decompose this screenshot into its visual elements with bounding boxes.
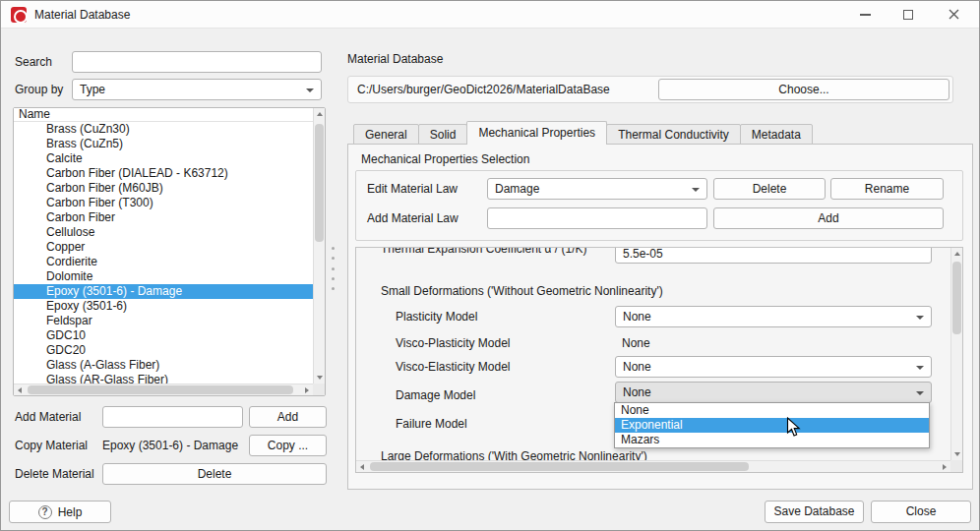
list-item[interactable]: Carbon Fiber (DIALEAD - K63712): [14, 166, 313, 181]
list-item[interactable]: Carbon Fiber (T300): [14, 196, 313, 210]
search-label: Search: [15, 51, 52, 73]
properties-vertical-scrollbar[interactable]: [950, 248, 962, 460]
list-item-selected[interactable]: Epoxy (3501-6) - Damage: [14, 284, 313, 299]
damage-model-value: None: [623, 385, 651, 399]
delete-material-label: Delete Material: [15, 463, 94, 485]
copy-material-label: Copy Material: [15, 435, 88, 456]
dropdown-option-mazars[interactable]: Mazars: [615, 433, 929, 447]
material-list-body: Brass (CuZn30) Brass (CuZn5) Calcite Car…: [14, 122, 313, 384]
list-item[interactable]: Brass (CuZn30): [14, 122, 313, 137]
maximize-icon: [903, 10, 913, 20]
dropdown-option-none[interactable]: None: [615, 403, 929, 418]
list-horizontal-scrollbar[interactable]: [14, 384, 313, 395]
tab-metadata[interactable]: Metadata: [740, 124, 813, 145]
close-button[interactable]: [937, 1, 970, 28]
visco-plasticity-model-label: Visco-Plasticity Model: [396, 332, 510, 354]
scrollbar-thumb[interactable]: [28, 385, 293, 394]
scroll-left-icon[interactable]: [356, 461, 368, 473]
plasticity-model-value: None: [623, 310, 651, 324]
scroll-down-icon[interactable]: [951, 448, 963, 460]
app-logo-icon: [11, 7, 27, 23]
small-deformations-title: Small Deformations ('Without Geometric N…: [381, 280, 663, 302]
scrollbar-corner: [950, 460, 962, 472]
group-by-label: Group by: [15, 79, 63, 100]
tab-solid[interactable]: Solid: [418, 124, 468, 145]
search-input[interactable]: [72, 51, 322, 73]
list-item[interactable]: Dolomite: [14, 269, 313, 284]
selection-group-title: Mechanical Properties Selection: [361, 152, 529, 166]
list-item[interactable]: Cellulose: [14, 225, 313, 240]
list-item[interactable]: Feldspar: [14, 314, 313, 328]
panel-splitter[interactable]: [330, 247, 336, 290]
failure-model-label: Failure Model: [396, 413, 467, 435]
maximize-button[interactable]: [891, 1, 925, 28]
add-material-button[interactable]: Add: [249, 406, 327, 428]
save-database-button[interactable]: Save Database: [765, 501, 864, 523]
list-item[interactable]: GDC20: [14, 343, 313, 358]
close-dialog-button[interactable]: Close: [871, 501, 971, 523]
scroll-right-icon[interactable]: [301, 384, 313, 396]
database-path: C:/Users/burger/GeoDict2026/MaterialData…: [357, 79, 610, 100]
delete-law-button[interactable]: Delete: [713, 178, 826, 200]
list-item[interactable]: Brass (CuZn5): [14, 137, 313, 151]
chevron-down-icon: [916, 366, 924, 370]
group-by-select[interactable]: Type: [72, 79, 322, 100]
list-item[interactable]: Carbon Fiber: [14, 210, 313, 225]
chevron-down-icon: [916, 316, 924, 320]
add-law-button[interactable]: Add: [713, 207, 944, 229]
visco-elasticity-model-select[interactable]: None: [615, 356, 932, 378]
edit-material-law-value: Damage: [495, 182, 539, 196]
copy-material-button[interactable]: Copy ...: [249, 435, 327, 456]
scrollbar-thumb[interactable]: [370, 462, 749, 471]
cursor-icon: [786, 417, 801, 438]
list-header-name[interactable]: Name: [14, 108, 313, 122]
thermal-expansion-label: Thermal Expansion Coefficient α / (1/K): [381, 248, 586, 260]
list-item[interactable]: Glass (A-Glass Fiber): [14, 358, 313, 373]
scrollbar-corner: [313, 384, 325, 395]
edit-material-law-label: Edit Material Law: [367, 178, 458, 200]
scroll-up-icon[interactable]: [314, 108, 326, 120]
visco-elasticity-model-label: Visco-Elasticity Model: [396, 356, 510, 378]
tab-mechanical-properties[interactable]: Mechanical Properties: [466, 121, 607, 145]
help-icon: ?: [38, 505, 52, 519]
scrollbar-thumb[interactable]: [952, 262, 961, 334]
minimize-button[interactable]: [848, 1, 882, 28]
list-vertical-scrollbar[interactable]: [313, 108, 325, 384]
scrollbar-thumb[interactable]: [315, 124, 324, 242]
damage-model-select[interactable]: None: [615, 382, 932, 403]
scroll-right-icon[interactable]: [939, 461, 950, 473]
list-item[interactable]: GDC10: [14, 328, 313, 343]
tab-bar: General Solid Mechanical Properties Ther…: [353, 121, 812, 145]
list-item[interactable]: Carbon Fiber (M60JB): [14, 181, 313, 196]
properties-horizontal-scrollbar[interactable]: [356, 460, 950, 472]
delete-material-button[interactable]: Delete: [102, 463, 327, 485]
add-material-law-label: Add Material Law: [367, 207, 459, 229]
dropdown-option-exponential[interactable]: Exponential: [615, 418, 929, 433]
material-list: Name Brass (CuZn30) Brass (CuZn5) Calcit…: [13, 107, 326, 396]
list-item[interactable]: Epoxy (3501-6): [14, 299, 313, 314]
visco-plasticity-model-value: None: [622, 332, 650, 354]
group-by-value: Type: [80, 83, 105, 96]
scroll-up-icon[interactable]: [951, 248, 963, 260]
scroll-left-icon[interactable]: [14, 384, 26, 396]
close-icon: [949, 9, 959, 20]
thermal-expansion-input[interactable]: 5.5e-05: [615, 248, 932, 264]
edit-material-law-select[interactable]: Damage: [487, 178, 707, 200]
list-item[interactable]: Copper: [14, 240, 313, 255]
plasticity-model-select[interactable]: None: [615, 306, 932, 327]
add-material-input[interactable]: [102, 406, 243, 428]
add-material-law-input[interactable]: [487, 207, 707, 229]
list-item[interactable]: Glass (AR-Glass Fiber): [14, 373, 313, 384]
tab-thermal-conductivity[interactable]: Thermal Conductivity: [606, 124, 741, 145]
help-button[interactable]: ? Help: [9, 501, 111, 523]
window-title: Material Database: [34, 1, 130, 29]
list-item[interactable]: Cordierite: [14, 255, 313, 269]
rename-law-button[interactable]: Rename: [830, 178, 944, 200]
tab-general[interactable]: General: [353, 124, 419, 145]
help-button-label: Help: [58, 505, 83, 519]
list-item[interactable]: Calcite: [14, 151, 313, 166]
copy-material-value: Epoxy (3501-6) - Damage: [102, 435, 238, 456]
choose-database-button[interactable]: Choose...: [658, 79, 949, 100]
scroll-down-icon[interactable]: [314, 372, 326, 384]
titlebar: Material Database: [1, 1, 979, 29]
